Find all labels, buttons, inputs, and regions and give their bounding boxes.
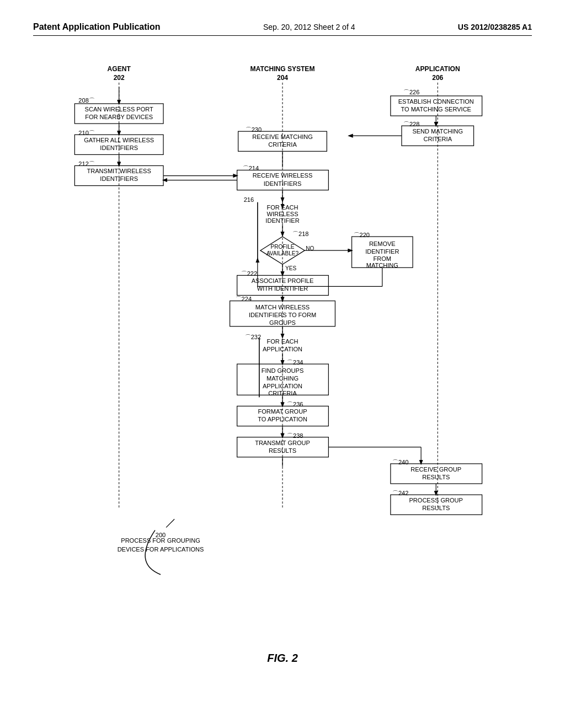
box-234-text2: MATCHING xyxy=(266,375,299,382)
box-226-text2: TO MATCHING SERVICE xyxy=(401,106,471,113)
box-224-text1: MATCH WIRELESS xyxy=(255,304,310,311)
ref-226: ⌒226 xyxy=(403,89,419,95)
box-230-text2: CRITERIA xyxy=(268,141,297,148)
col-matching-ref: 204 xyxy=(277,74,288,82)
ref-228: ⌒228 xyxy=(403,121,419,127)
box-230-text1: RECEIVE MATCHING xyxy=(252,133,313,140)
box-220-text3: FROM xyxy=(374,255,391,262)
col-application-label: APPLICATION xyxy=(415,65,460,73)
box-232-text2: APPLICATION xyxy=(263,346,302,352)
diamond-218-text2: AVAILABLE? xyxy=(266,250,299,256)
arrow-200-label xyxy=(166,519,174,527)
fig-label: FIG. 2 xyxy=(33,652,532,665)
bottom-label-2: DEVICES FOR APPLICATIONS xyxy=(118,546,204,553)
box-236-text1: FORMAT GROUP xyxy=(258,408,307,415)
col-agent-label: AGENT xyxy=(108,65,131,73)
header-patent-number: US 2012/0238285 A1 xyxy=(458,23,532,31)
box-240-text1: RECEIVE GROUP xyxy=(411,466,461,473)
ref-238: ⌒238 xyxy=(287,432,303,439)
box-242-text2: RESULTS xyxy=(422,505,450,511)
box-220-text1: REMOVE xyxy=(369,240,396,247)
box-216-text1: FOR EACH xyxy=(267,204,299,211)
box-232-text1: FOR EACH xyxy=(267,338,299,345)
ref-214: ⌒214 xyxy=(243,165,259,172)
diamond-218-yes: YES xyxy=(285,265,296,271)
box-240-text2: RESULTS xyxy=(422,474,450,480)
ref-210: 210⌒ xyxy=(78,130,94,136)
box-242-text1: PROCESS GROUP xyxy=(409,497,462,504)
page-header: Patent Application Publication Sep. 20, … xyxy=(33,22,532,36)
ref-242: ⌒242 xyxy=(392,490,408,496)
box-222-text2: WITH IDENTIFIER xyxy=(257,285,308,292)
ref-236: ⌒236 xyxy=(287,401,303,408)
box-226-text1: ESTABLISH CONNECTION xyxy=(398,98,474,105)
box-210-text1: GATHER ALL WIRELESS xyxy=(84,137,154,143)
flowchart-svg: AGENT 202 MATCHING SYSTEM 204 APPLICATIO… xyxy=(33,41,532,676)
ref-240: ⌒240 xyxy=(392,459,408,465)
ref-216: 216 xyxy=(244,196,254,203)
box-212-text1: TRANSMIT WIRELESS xyxy=(87,168,151,174)
box-210-text2: IDENTIFIERS xyxy=(100,144,138,151)
header-title: Patent Application Publication xyxy=(33,22,161,32)
ref-232: ⌒232 xyxy=(245,334,261,340)
box-234-text3: APPLICATION xyxy=(263,383,302,389)
box-212-text2: IDENTIFIERS xyxy=(100,175,138,182)
box-224-text3: GROUPS xyxy=(269,319,296,326)
box-238-text1: TRANSMIT GROUP xyxy=(255,440,310,446)
box-234-text1: FIND GROUPS xyxy=(262,367,304,374)
col-agent-ref: 202 xyxy=(114,74,125,82)
box-208-text2: FOR NEARBY DEVICES xyxy=(85,114,153,120)
box-208-text1: SCAN WIRELESS PORT xyxy=(85,106,153,113)
ref-222: ⌒222 xyxy=(241,270,257,277)
box-214-text2: IDENTIFIERS xyxy=(264,180,302,187)
box-228-text1: SEND MATCHING xyxy=(412,128,463,135)
diamond-218-text1: PROFILE xyxy=(271,244,295,250)
box-224-text2: IDENTIFIERS TO FORM xyxy=(249,312,316,318)
box-214-text1: RECEIVE WIRELESS xyxy=(253,172,313,179)
box-236-text2: TO APPLICATION xyxy=(258,416,307,422)
bottom-label-1: PROCESS FOR GROUPING xyxy=(121,537,200,544)
ref-224: ⌒224 xyxy=(236,296,252,302)
box-220-text2: IDENTIFIER xyxy=(365,248,399,255)
col-application-ref: 206 xyxy=(432,74,443,82)
box-222-text1: ASSOCIATE PROFILE xyxy=(252,277,314,284)
ref-220: ⌒220 xyxy=(354,232,370,238)
box-216-text3: IDENTIFIER xyxy=(265,217,299,224)
box-238-text2: RESULTS xyxy=(269,447,296,454)
page: Patent Application Publication Sep. 20, … xyxy=(0,0,565,728)
ref-208: 208⌒ xyxy=(78,97,94,104)
box-216-text2: WIRELESS xyxy=(266,211,298,217)
ref-212: 212⌒ xyxy=(78,160,94,167)
header-date-sheet: Sep. 20, 2012 Sheet 2 of 4 xyxy=(263,23,355,31)
box-228-text2: CRITERIA xyxy=(424,136,452,142)
col-matching-label: MATCHING SYSTEM xyxy=(250,65,315,73)
ref-234: ⌒234 xyxy=(287,359,303,366)
ref-218: ⌒218 xyxy=(292,231,308,237)
diagram-area: AGENT 202 MATCHING SYSTEM 204 APPLICATIO… xyxy=(33,41,532,676)
ref-230: ⌒230 xyxy=(246,126,262,133)
